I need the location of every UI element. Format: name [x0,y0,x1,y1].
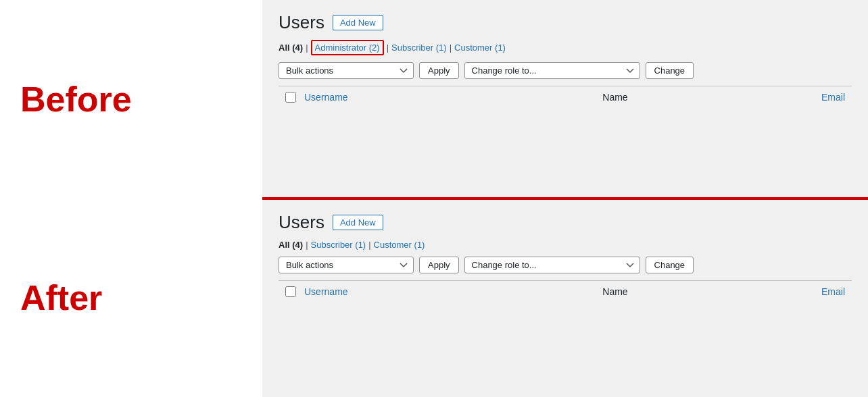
after-table-header: Username Name Email [279,280,852,302]
after-sep1: | [306,240,308,250]
after-sep2: | [368,240,370,250]
before-col-name: Name [439,92,791,103]
before-filter-administrator[interactable]: Administrator (2) [311,40,384,55]
before-filter-links: All (4) | Administrator (2) | Subscriber… [279,40,852,55]
before-sep1: | [306,43,308,53]
after-filter-subscriber[interactable]: Subscriber (1) [311,240,366,250]
after-select-all-checkbox[interactable] [285,286,296,297]
before-select-all-checkbox[interactable] [285,92,296,103]
before-filter-customer[interactable]: Customer (1) [454,43,506,53]
after-change-button[interactable]: Change [646,257,694,273]
before-sep3: | [450,43,452,53]
after-page-title: Users [279,212,324,233]
before-filter-subscriber[interactable]: Subscriber (1) [391,43,447,53]
before-sep2: | [387,43,389,53]
after-label: After [20,277,242,318]
left-panel: Before After [0,0,262,397]
before-col-username[interactable]: Username [304,92,439,103]
before-table-header: Username Name Email [279,86,852,108]
after-filter-customer[interactable]: Customer (1) [374,240,425,250]
before-add-new-button[interactable]: Add New [333,15,383,30]
before-bulk-actions-select[interactable]: Bulk actions [279,62,414,79]
before-toolbar: Bulk actions Apply Change role to... Cha… [279,62,852,79]
before-label: Before [20,79,242,120]
after-add-new-button[interactable]: Add New [333,215,383,230]
before-apply-button[interactable]: Apply [419,62,459,79]
right-panel: Users Add New All (4) | Administrator (2… [262,0,868,397]
after-filter-all: All (4) [279,240,303,250]
before-change-role-select[interactable]: Change role to... [464,62,640,79]
after-toolbar: Bulk actions Apply Change role to... Cha… [279,257,852,273]
before-change-button[interactable]: Change [646,62,694,79]
before-section: Users Add New All (4) | Administrator (2… [262,0,868,197]
before-select-all-checkbox-cell [285,92,304,103]
before-col-email[interactable]: Email [791,92,845,103]
after-apply-button[interactable]: Apply [419,257,459,273]
after-select-all-checkbox-cell [285,286,304,297]
after-col-name: Name [439,286,791,297]
after-col-username[interactable]: Username [304,286,439,297]
before-filter-all: All (4) [279,43,303,53]
after-section: Users Add New All (4) | Subscriber (1) |… [262,200,868,397]
before-page-title: Users [279,12,324,33]
after-change-role-select[interactable]: Change role to... [464,257,640,273]
after-col-email[interactable]: Email [791,286,845,297]
after-filter-links: All (4) | Subscriber (1) | Customer (1) [279,240,852,250]
after-bulk-actions-select[interactable]: Bulk actions [279,257,414,273]
